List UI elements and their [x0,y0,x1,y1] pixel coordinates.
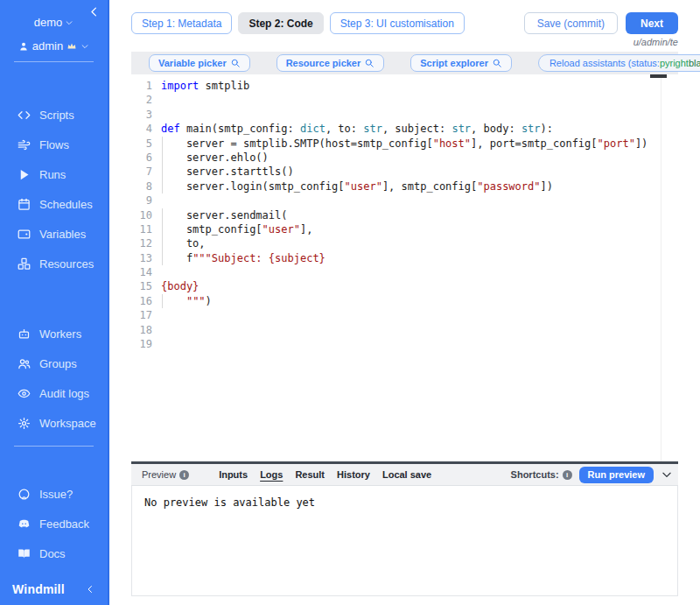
sidebar-item-label: Runs [39,168,66,181]
sidebar-item-flows[interactable]: Flows [18,136,108,153]
crown-icon [66,41,77,52]
sidebar-item-scripts[interactable]: Scripts [18,106,108,123]
sidebar-item-workspace[interactable]: Workspace [18,414,108,432]
chevron-down-icon[interactable] [661,468,673,481]
picker-label: Resource picker [286,58,361,68]
user-icon [18,41,29,52]
sidebar-item-issue[interactable]: Issue? [18,485,108,503]
code-line[interactable]: server.sendmail( [161,208,678,222]
line-number: 8 [131,179,152,193]
info-icon[interactable] [179,470,189,480]
resource-picker-button[interactable]: Resource picker [276,54,385,72]
code-line[interactable] [161,337,678,351]
picker-label: Variable picker [158,58,227,68]
line-number: 6 [131,151,152,165]
gear-icon [18,417,31,430]
sidebar-item-docs[interactable]: Docs [18,545,108,562]
sidebar-item-feedback[interactable]: Feedback [18,515,108,532]
header-actions: Save (commit) Next [524,12,678,34]
code-line[interactable]: {body} [161,279,678,293]
picker-label: Script explorer [420,58,488,68]
sidebar-item-label: Audit logs [39,387,89,400]
sidebar-item-resources[interactable]: Resources [18,255,108,272]
sidebar: demo admin ScriptsFlowsRunsSchedulesVari… [0,0,109,605]
variable-picker-button[interactable]: Variable picker [149,54,250,72]
code-line[interactable] [161,108,678,122]
line-number: 4 [131,122,152,136]
code-line[interactable] [161,308,678,322]
preview-header: Preview InputsLogsResultHistoryLocal sav… [131,464,678,486]
sidebar-item-label: Feedback [39,517,89,531]
preview-tab-history[interactable]: History [337,469,370,480]
preview-tab-local-save[interactable]: Local save [382,469,431,480]
sidebar-item-groups[interactable]: Groups [18,355,108,372]
code-line[interactable] [161,193,678,208]
preview-tab-result[interactable]: Result [295,469,325,480]
sidebar-item-label: Issue? [39,488,73,501]
sidebar-collapse-button[interactable] [88,5,102,19]
code-line[interactable]: def main(smtp_config: dict, to: str, sub… [161,122,678,136]
code-line[interactable]: server.login(smtp_config["user"], smtp_c… [161,179,678,193]
code-editor[interactable]: 12345678910111213141516171819 import smt… [131,74,678,461]
code-line[interactable] [161,323,678,337]
github-icon [18,488,31,501]
line-number: 19 [131,337,152,351]
code-line[interactable]: f"""Subject: {subject} [161,251,678,265]
user-menu[interactable]: admin [0,39,108,53]
bot-icon [18,327,31,341]
step-tabs: Step 1: MetadataStep 2: CodeStep 3: UI c… [131,12,465,34]
next-button[interactable]: Next [626,12,678,34]
sidebar-item-label: Schedules [39,198,93,211]
code-icon [18,109,31,122]
save-commit-button[interactable]: Save (commit) [524,12,618,34]
preview-tab-logs[interactable]: Logs [260,469,283,480]
sidebar-item-audit-logs[interactable]: Audit logs [18,384,108,402]
preview-tab-inputs[interactable]: Inputs [219,469,248,480]
sidebar-divider [14,61,94,62]
code-line[interactable]: server.ehlo() [161,151,678,165]
code-line[interactable]: """) [161,294,678,308]
script-explorer-button[interactable]: Script explorer [410,54,512,72]
user-name: admin [32,39,63,53]
brand-logo: Windmill [12,582,65,596]
brand-row: Windmill [12,582,95,596]
line-number: 18 [131,323,152,337]
editor-header: Step 1: MetadataStep 2: CodeStep 3: UI c… [131,12,678,34]
code-line[interactable]: server = smtplib.SMTP(host=smtp_config["… [161,137,678,151]
step-tab-step-1-metadata[interactable]: Step 1: Metadata [131,12,232,34]
script-path: u/admin/te [131,37,678,47]
main-area: Step 1: MetadataStep 2: CodeStep 3: UI c… [109,0,698,605]
reload-assistants-button[interactable]: Reload assistants (status: pyright black… [538,54,700,72]
code-line[interactable]: smtp_config["user"], [161,222,678,236]
sidebar-item-workers[interactable]: Workers [18,325,108,342]
status-black: black [689,58,700,68]
code-line[interactable] [161,93,678,107]
info-icon[interactable] [563,470,572,480]
preview-empty-text: No preview is available yet [144,496,315,509]
editor-minimap[interactable] [661,74,678,461]
code-line[interactable]: import smtplib [161,79,678,93]
code-lines[interactable]: import smtplibdef main(smtp_config: dict… [161,79,678,461]
shortcuts-label: Shortcuts: [511,469,559,480]
code-line[interactable] [161,265,678,279]
preview-title: Preview [142,469,189,480]
code-line[interactable]: to, [161,236,678,250]
sidebar-item-runs[interactable]: Runs [18,165,108,183]
step-tab-step-3-ui-customisation[interactable]: Step 3: UI customisation [330,12,465,34]
chevron-left-icon[interactable] [85,584,95,594]
sidebar-item-label: Resources [39,257,94,271]
line-number: 2 [131,93,152,107]
sidebar-item-schedules[interactable]: Schedules [18,195,108,213]
line-numbers: 12345678910111213141516171819 [131,79,161,461]
run-preview-button[interactable]: Run preview [579,467,654,483]
preview-header-right: Shortcuts: Run preview [511,467,673,483]
preview-output: No preview is available yet [131,486,678,596]
sidebar-item-variables[interactable]: Variables [18,225,108,243]
preview-tabs: InputsLogsResultHistoryLocal save [219,469,431,480]
eye-icon [18,387,31,400]
assistants-bar: Variable pickerResource pickerScript exp… [131,52,678,74]
line-number: 14 [131,265,152,279]
sidebar-item-label: Scripts [39,109,74,122]
step-tab-step-2-code[interactable]: Step 2: Code [238,12,323,34]
code-line[interactable]: server.starttls() [161,165,678,179]
